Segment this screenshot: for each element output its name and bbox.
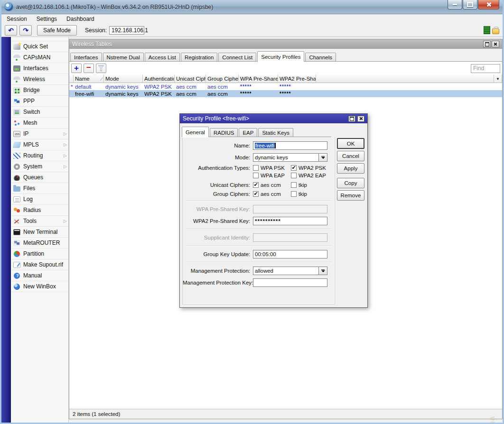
checkbox-unicast-tkip[interactable]: tkip [291,182,329,188]
column-mode[interactable]: Mode [104,74,143,83]
tab-security-profiles[interactable]: Security Profiles [257,51,304,62]
divider [186,245,332,246]
sidebar-item-new-winbox[interactable]: New WinBox [11,281,68,292]
safe-mode-button[interactable]: Safe Mode [37,25,77,36]
tab-nstreme-dual[interactable]: Nstreme Dual [103,53,144,62]
checkbox-group-aes-ccm[interactable]: aes ccm [253,191,291,197]
redo-button[interactable]: ↷ [19,25,32,36]
minimize-button[interactable] [448,0,462,9]
sidebar-item-routing[interactable]: Routing▷ [11,150,68,161]
sidebar-item-capsman[interactable]: CAPsMAN [11,52,68,63]
dialog-titlebar: Security Profile <free-wifi> [180,114,367,123]
table-row-selected[interactable]: free-wifi dynamic keys WPA2 PSK aes ccm … [69,90,502,97]
add-button[interactable]: + [71,64,82,73]
tab-connect-list[interactable]: Connect List [218,53,256,62]
management-protection-select[interactable]: allowed [253,267,327,275]
ok-button[interactable]: OK [337,138,364,149]
tools-icon [13,218,20,224]
sidebar-item-bridge[interactable]: Bridge [11,85,68,96]
copy-button[interactable]: Copy [337,178,364,188]
sort-indicator-icon: ∕ [101,76,102,82]
sidebar-item-partition[interactable]: Partition [11,249,68,259]
tab-registration[interactable]: Registration [181,53,217,62]
sidebar-item-mpls[interactable]: MPLS▷ [11,139,68,150]
column-chooser-button[interactable]: ▼ [494,74,502,83]
dialog-maximize-button[interactable] [348,116,355,122]
checkbox-wpa2-eap[interactable]: WPA2 EAP [291,173,329,178]
column-name[interactable]: Name∕ [74,74,104,83]
sidebar-item-quick-set[interactable]: Quick Set [11,41,68,52]
column-flag[interactable] [69,74,74,83]
remove-row-button[interactable]: − [84,64,94,73]
menu-session[interactable]: Session [7,16,27,22]
tab-static-keys[interactable]: Static Keys [258,128,293,137]
management-protection-key-input[interactable] [253,278,327,287]
checkbox-wpa2-psk[interactable]: WPA2 PSK [291,165,329,171]
wpa-key-input [253,205,327,213]
dropdown-arrow-icon[interactable] [318,267,327,275]
group-key-update-input[interactable]: 00:05:00 [253,250,327,258]
sidebar-item-switch[interactable]: Switch [11,107,68,118]
checkbox-wpa-eap[interactable]: WPA EAP [253,173,291,178]
wpa2-key-input[interactable]: ********** [253,217,327,225]
sidebar-item-make-supout[interactable]: Make Supout.rif [11,259,68,270]
sidebar-item-tools[interactable]: Tools▷ [11,216,68,227]
remove-button[interactable]: Remove [337,190,364,201]
sidebar-item-log[interactable]: Log [11,194,68,205]
globe-icon [14,284,20,290]
sidebar-item-wireless[interactable]: Wireless [11,74,68,85]
session-label: Session: [85,27,107,34]
sidebar-item-manual[interactable]: Manual [11,270,68,281]
maximize-icon [467,2,473,7]
cancel-button[interactable]: Cancel [337,151,364,161]
tab-channels[interactable]: Channels [305,53,336,62]
close-button[interactable] [478,0,499,9]
checkbox-icon [253,173,259,178]
sidebar-item-metarouter[interactable]: MetaROUTER [11,238,68,249]
checkbox-group-tkip[interactable]: tkip [291,191,329,197]
column-wpa2-pre-shared[interactable]: WPA2 Pre-Shared... [278,74,316,83]
antenna-icon [13,55,20,61]
checkbox-unicast-aes-ccm[interactable]: aes ccm [253,182,291,188]
undo-button[interactable]: ↶ [5,25,17,36]
menu-dashboard[interactable]: Dashboard [66,16,94,22]
column-unicast-ciphers[interactable]: Unicast Ciphers [175,74,206,83]
column-authentication[interactable]: Authenticatio... [143,74,175,83]
sidebar-item-queues[interactable]: Queues [11,172,68,183]
tab-general[interactable]: General [182,127,209,137]
name-input[interactable]: free-wifi [253,141,327,150]
sidebar-item-mesh[interactable]: Mesh [11,118,68,129]
sidebar-item-new-terminal[interactable]: New Terminal [11,227,68,238]
help-icon [14,273,20,279]
tab-radius[interactable]: RADIUS [210,128,238,137]
menu-settings[interactable]: Settings [37,16,57,22]
divider [186,200,332,201]
tab-access-list[interactable]: Access List [145,53,180,62]
sidebar-item-radius[interactable]: Radius [11,205,68,216]
filter-button[interactable] [96,64,106,73]
sidebar-item-files[interactable]: Files [11,183,68,194]
column-group-ciphers[interactable]: Group Ciphers [206,74,239,83]
submenu-arrow-icon: ▷ [64,131,67,136]
sidebar-item-system[interactable]: System▷ [11,161,68,172]
restore-button[interactable] [483,41,491,47]
wireless-tables-titlebar: Wireless Tables [69,39,502,49]
sidebar-item-ppp[interactable]: PPP [11,96,68,107]
close-window-button[interactable] [492,41,499,47]
checkbox-wpa-psk[interactable]: WPA PSK [253,165,291,171]
pie-chart-icon [14,251,20,257]
dropdown-arrow-icon[interactable] [318,154,327,161]
table-row[interactable]: * default dynamic keys WPA2 PSK aes ccm … [69,83,502,90]
find-input[interactable]: Find [471,64,500,73]
sidebar-item-ip[interactable]: IP▷ [11,129,68,139]
tab-interfaces[interactable]: Interfaces [70,53,102,62]
maximize-button[interactable] [463,0,477,9]
wpa-key-label: WPA Pre-Shared Key: [183,206,253,212]
column-wpa-pre-shared[interactable]: WPA Pre-Shared ... [239,74,278,83]
sidebar-item-interfaces[interactable]: Interfaces [11,63,68,74]
mode-select[interactable]: dynamic keys [253,153,327,162]
session-input[interactable]: 192.168.106.1 [109,26,144,35]
apply-button[interactable]: Apply [337,163,364,174]
dialog-close-button[interactable] [357,116,364,122]
tab-eap[interactable]: EAP [239,128,257,137]
